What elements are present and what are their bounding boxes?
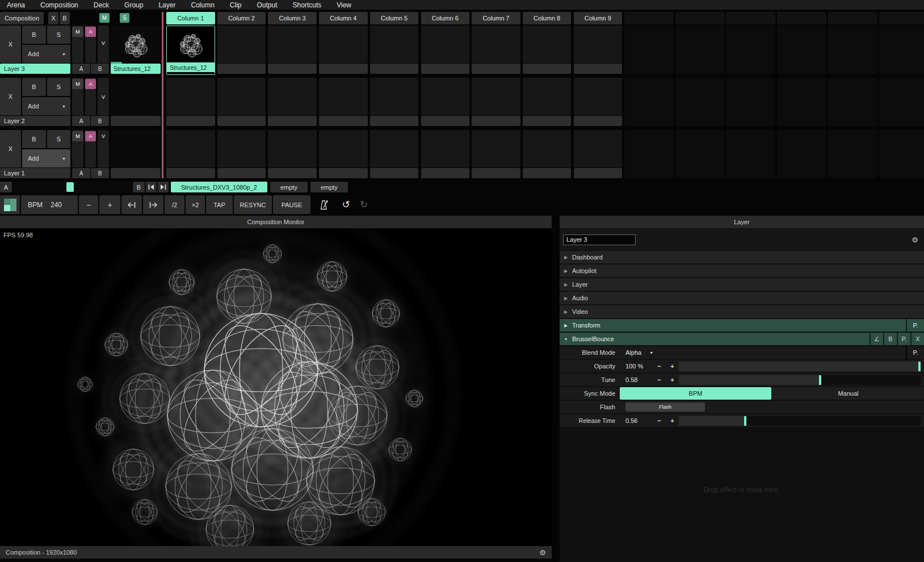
clip-cell-label[interactable]: [268, 168, 317, 178]
clip-cell-empty[interactable]: [217, 130, 266, 167]
layer-crossfade-a-button[interactable]: A: [72, 116, 90, 126]
column-header-7[interactable]: Column 7: [472, 12, 520, 24]
tune-increase[interactable]: +: [666, 376, 679, 383]
tune-value[interactable]: 0.58: [620, 376, 653, 383]
column-header-4[interactable]: Column 4: [319, 12, 368, 24]
column-header-9[interactable]: Column 9: [574, 12, 623, 24]
menu-deck[interactable]: Deck: [94, 1, 109, 9]
nudge-down-icon[interactable]: [121, 195, 142, 214]
composition-button[interactable]: Composition: [0, 12, 44, 24]
opacity-decrease[interactable]: −: [653, 363, 666, 370]
clip-cell-empty[interactable]: [370, 130, 419, 167]
deck-tab[interactable]: empty: [270, 182, 308, 192]
clip-cell-label[interactable]: [523, 116, 572, 126]
sync-mode-option-manual[interactable]: Manual: [772, 387, 924, 400]
tune-decrease[interactable]: −: [653, 376, 666, 383]
metronome-icon[interactable]: [312, 195, 337, 214]
opacity-value[interactable]: 100 %: [620, 363, 653, 370]
clip-cell-empty[interactable]: [421, 130, 470, 167]
menu-composition[interactable]: Composition: [40, 1, 78, 9]
clip-cell-label[interactable]: [217, 64, 266, 74]
clip-cell-empty[interactable]: [217, 26, 266, 63]
clip-cell-label[interactable]: [370, 64, 419, 74]
bpm-decrease-button[interactable]: −: [79, 195, 98, 214]
redo-icon[interactable]: ↻: [355, 195, 372, 214]
m-fader-button[interactable]: M: [72, 131, 83, 141]
bpm-increase-button[interactable]: +: [99, 195, 120, 214]
layer-gear-icon[interactable]: ⚙: [912, 236, 918, 244]
m-fader-button[interactable]: M: [72, 79, 83, 89]
expand-arrow-icon[interactable]: ▼: [560, 337, 572, 341]
layer-crossfade-a-button[interactable]: A: [72, 64, 90, 74]
transform-params-button[interactable]: P.: [906, 319, 924, 332]
section-video[interactable]: ▶Video: [560, 305, 924, 318]
column-header-2[interactable]: Column 2: [217, 12, 266, 24]
a-fader-button[interactable]: A: [85, 79, 96, 89]
crossfader-b-button[interactable]: B: [133, 182, 145, 192]
clip-cell-empty[interactable]: [268, 78, 317, 115]
layer-name-input[interactable]: [563, 234, 636, 245]
clip-cell-empty[interactable]: [268, 130, 317, 167]
clip-cell-empty[interactable]: [217, 78, 266, 115]
collapse-arrow-icon[interactable]: ▶: [560, 269, 572, 274]
menu-layer[interactable]: Layer: [158, 1, 175, 9]
composition-bypass-button[interactable]: B: [60, 12, 70, 24]
release-time-slider[interactable]: [679, 416, 921, 426]
clip-cell-empty[interactable]: [319, 78, 368, 115]
collapse-arrow-icon[interactable]: ▶: [560, 255, 572, 260]
clip-cell-label[interactable]: [421, 168, 470, 178]
section-audio[interactable]: ▶Audio: [560, 292, 924, 304]
nudge-up-icon[interactable]: [143, 195, 163, 214]
release-time-value[interactable]: 0.56: [620, 417, 653, 424]
clip-cell-label[interactable]: [268, 116, 317, 126]
clip-cell-label[interactable]: [217, 168, 266, 178]
menu-clip[interactable]: Clip: [230, 1, 242, 9]
clip-cell-empty[interactable]: [166, 130, 215, 167]
layer-solo-button[interactable]: S: [47, 130, 70, 148]
layer-crossfade-b-button[interactable]: B: [91, 64, 109, 74]
release-time-decrease[interactable]: −: [653, 417, 666, 424]
v-fader-button[interactable]: V: [98, 92, 109, 102]
layer-add-dropdown[interactable]: Add▼: [22, 149, 70, 167]
clip-cell-empty[interactable]: [472, 130, 520, 167]
menu-shortcuts[interactable]: Shortcuts: [293, 1, 322, 9]
clip-cell-empty[interactable]: [472, 78, 520, 115]
column-header-5[interactable]: Column 5: [370, 12, 419, 24]
layer-clip-preview-label[interactable]: Structures_12: [111, 64, 161, 74]
effect-close-button[interactable]: X: [910, 333, 924, 345]
clip-cell-label[interactable]: [472, 64, 520, 74]
menu-view[interactable]: View: [337, 1, 351, 9]
menu-column[interactable]: Column: [191, 1, 214, 9]
blend-mode-select[interactable]: Alpha: [620, 349, 641, 356]
effect-header[interactable]: ▼ BrusselBounce ∠ B P. X: [560, 333, 924, 345]
clip-cell-empty[interactable]: [370, 26, 419, 63]
bpm-double-button[interactable]: ×2: [186, 195, 205, 214]
layer-add-dropdown[interactable]: Add▼: [22, 45, 70, 63]
clip-cell-label[interactable]: [421, 64, 470, 74]
clip-cell-empty[interactable]: [523, 26, 572, 63]
layer-bypass-button[interactable]: B: [22, 26, 46, 44]
clip-cell-label[interactable]: [319, 168, 368, 178]
clip-cell-empty[interactable]: [421, 78, 470, 115]
layer-name-label[interactable]: Layer 3: [0, 64, 70, 74]
composition-master-button[interactable]: M: [99, 13, 110, 23]
a-fader-button[interactable]: A: [85, 27, 96, 37]
layer-crossfade-b-button[interactable]: B: [91, 168, 109, 178]
v-fader-button[interactable]: V: [98, 131, 109, 141]
clip-cell-label[interactable]: [574, 116, 623, 126]
clip-cell-empty[interactable]: [574, 78, 623, 115]
bpm-half-button[interactable]: /2: [165, 195, 184, 214]
effect-bypass-button[interactable]: B: [883, 333, 897, 345]
collapse-arrow-icon[interactable]: ▶: [560, 282, 572, 287]
layer-close-button[interactable]: X: [0, 130, 21, 167]
layer-clip-preview-label[interactable]: [111, 168, 161, 178]
effect-params-button[interactable]: P.: [897, 333, 910, 345]
clip-cell-empty[interactable]: [574, 26, 623, 63]
dropdown-arrow-icon[interactable]: ▼: [641, 351, 906, 355]
clip-cell-label[interactable]: [319, 116, 368, 126]
column-header-6[interactable]: Column 6: [421, 12, 470, 24]
layer-name-label[interactable]: Layer 1: [0, 168, 70, 178]
clip-cell-label[interactable]: [268, 64, 317, 74]
undo-icon[interactable]: ↺: [338, 195, 354, 214]
a-fader-button[interactable]: A: [85, 131, 96, 141]
